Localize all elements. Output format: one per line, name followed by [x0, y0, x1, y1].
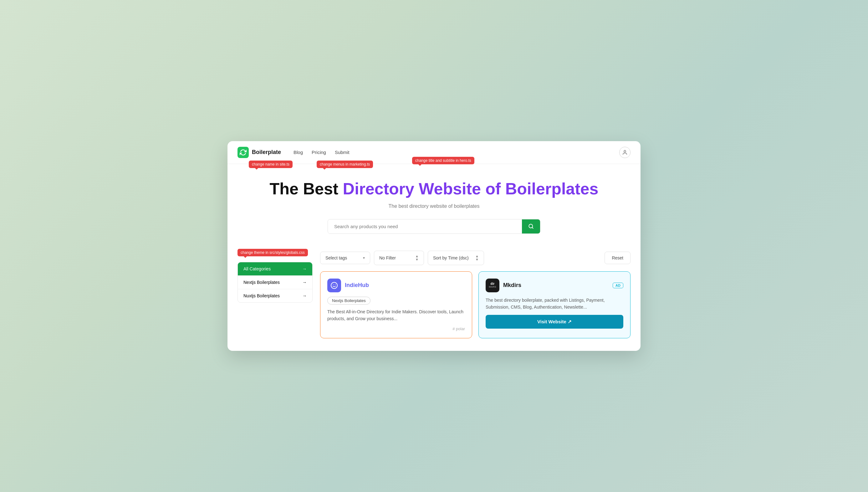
sidebar-item-all-categories[interactable]: All Categories → [238, 262, 312, 276]
user-icon[interactable] [619, 147, 631, 158]
sidebar-item-nextjs-label: Nextjs Boilerplates [244, 280, 280, 285]
indiehub-title[interactable]: IndieHub [345, 282, 369, 289]
search-bar [328, 219, 540, 234]
nav-link-submit[interactable]: Submit [335, 150, 350, 155]
ad-badge: AD [613, 282, 623, 288]
tags-filter-label: Select tags [326, 255, 347, 261]
filters-and-grid: Select tags ▾ No Filter ▲▼ Sort by Time … [320, 251, 631, 339]
sort-arrows-icon: ▲▼ [475, 254, 479, 261]
indiehub-tag: Nextjs Boilerplates [327, 297, 371, 304]
logo-icon [237, 147, 249, 158]
nav-right [619, 147, 631, 158]
svg-line-2 [532, 227, 533, 228]
mkdirs-icon: dir MARS [486, 278, 500, 292]
card-indiehub: IndieHub Nextjs Boilerplates The Best Al… [320, 271, 472, 339]
nav-link-blog[interactable]: Blog [293, 150, 303, 155]
mkdirs-desc: The best directory boilerplate, packed w… [486, 297, 623, 311]
tooltip-hero: change title and subtitle in hero.ts [412, 157, 475, 164]
filters-row: Select tags ▾ No Filter ▲▼ Sort by Time … [320, 251, 631, 265]
main-content: change theme in src/styles/globals.css A… [228, 243, 640, 351]
hero-section: The Best Directory Website of Boilerplat… [228, 164, 640, 243]
tags-filter[interactable]: Select tags ▾ [320, 252, 370, 264]
tags-chevron-icon: ▾ [363, 256, 365, 260]
indiehub-icon [327, 278, 341, 292]
no-filter-label: No Filter [379, 255, 396, 261]
nav-logo[interactable]: Boilerplate [237, 147, 281, 158]
sort-select[interactable]: Sort by Time (dsc) ▲▼ [428, 251, 484, 265]
sidebar-item-nuxtjs[interactable]: Nuxtjs Boilerplates → [238, 289, 312, 302]
indiehub-tag-pill: Nextjs Boilerplates [327, 297, 465, 308]
no-filter-select[interactable]: No Filter ▲▼ [374, 251, 424, 265]
indiehub-desc: The Best All-in-One Directory for Indie … [327, 308, 465, 322]
sidebar-item-all-label: All Categories [244, 266, 271, 271]
card-indiehub-header: IndieHub [327, 278, 465, 292]
sidebar-arrow-nextjs: → [302, 280, 307, 285]
cards-grid: IndieHub Nextjs Boilerplates The Best Al… [320, 271, 631, 339]
hero-subtitle: The best directory website of boilerplat… [240, 203, 628, 209]
navbar: Boilerplate Blog Pricing Submit change n… [228, 141, 640, 164]
indiehub-hash: # polar [327, 326, 465, 331]
sidebar-arrow-all: → [302, 266, 307, 271]
visit-website-button[interactable]: Visit Website ↗ [486, 315, 623, 329]
svg-point-3 [331, 282, 337, 289]
sidebar: All Categories → Nextjs Boilerplates → N… [237, 262, 313, 303]
filter-arrows-icon: ▲▼ [415, 254, 419, 261]
search-input[interactable] [328, 219, 522, 233]
nav-links: Blog Pricing Submit [293, 150, 350, 155]
sidebar-item-nuxtjs-label: Nuxtjs Boilerplates [244, 293, 280, 298]
sort-label: Sort by Time (dsc) [433, 255, 469, 261]
card-mkdirs-header: dir MARS Mkdirs AD [486, 278, 623, 292]
card-mkdirs: dir MARS Mkdirs AD The best directory bo… [479, 271, 631, 339]
hero-title-purple: Directory Website of Boilerplates [343, 180, 598, 198]
nav-link-pricing[interactable]: Pricing [312, 150, 326, 155]
reset-button[interactable]: Reset [605, 252, 631, 264]
mkdirs-title: Mkdirs [503, 282, 521, 289]
hero-title-black: The Best [270, 180, 338, 198]
sidebar-arrow-nuxtjs: → [302, 293, 307, 298]
svg-point-0 [624, 150, 626, 152]
logo-text: Boilerplate [252, 149, 281, 155]
tooltip-theme: change theme in src/styles/globals.css [237, 249, 308, 256]
search-button[interactable] [522, 219, 540, 233]
hero-title: The Best Directory Website of Boilerplat… [240, 180, 628, 198]
sidebar-item-nextjs[interactable]: Nextjs Boilerplates → [238, 276, 312, 289]
